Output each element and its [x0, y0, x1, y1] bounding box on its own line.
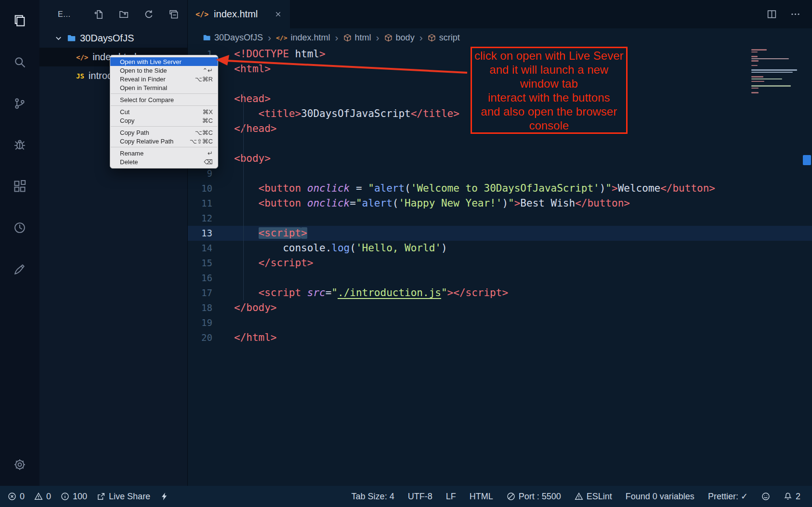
- breadcrumb-item-30daysofjs[interactable]: 30DaysOfJS: [203, 33, 263, 43]
- code-text[interactable]: [220, 136, 234, 151]
- extensions-icon[interactable]: [8, 175, 31, 198]
- status-0[interactable]: 0: [8, 492, 25, 502]
- html-file-icon: </>: [196, 10, 209, 19]
- status-100[interactable]: 100: [61, 492, 87, 502]
- menu-item-delete[interactable]: Delete⌫: [110, 157, 218, 166]
- menu-item-copy[interactable]: Copy⌘C: [110, 116, 218, 125]
- code-text[interactable]: console.log('Hello, World'): [220, 241, 447, 256]
- code-text[interactable]: [220, 166, 234, 181]
- status-lightning-icon[interactable]: [160, 492, 169, 501]
- menu-item-rename[interactable]: Rename↵: [110, 149, 218, 157]
- status-tab-size-4[interactable]: Tab Size: 4: [352, 492, 394, 502]
- code-text[interactable]: [220, 77, 234, 91]
- menu-item-copy-relative-path[interactable]: Copy Relative Path⌥⇧⌘C: [110, 137, 218, 145]
- code-text[interactable]: <html>: [220, 62, 271, 77]
- code-line-15[interactable]: 15 </script>: [188, 256, 812, 271]
- new-file-icon[interactable]: [94, 10, 104, 19]
- minimap[interactable]: [751, 49, 799, 94]
- breadcrumb-item-html[interactable]: html: [343, 33, 371, 43]
- line-number[interactable]: 18: [188, 300, 220, 315]
- line-number[interactable]: 19: [188, 315, 220, 330]
- more-actions-icon[interactable]: [790, 9, 800, 19]
- menu-item-copy-path[interactable]: Copy Path⌥⌘C: [110, 128, 218, 137]
- code-line-7[interactable]: 7: [188, 136, 812, 151]
- line-number[interactable]: 16: [188, 271, 220, 286]
- code-line-11[interactable]: 11 <button onclick="alert('Happy New Yea…: [188, 196, 812, 211]
- status-prettier[interactable]: Prettier: ✓: [708, 491, 748, 502]
- code-text[interactable]: <button onclick="alert('Happy New Year!'…: [220, 196, 630, 211]
- pen-icon[interactable]: [8, 258, 31, 281]
- sidebar-actions: [94, 10, 179, 19]
- close-icon[interactable]: [274, 10, 282, 18]
- menu-item-open-with-live-server[interactable]: Open with Live Server: [110, 57, 218, 66]
- html-file-icon: </>: [276, 34, 287, 41]
- code-line-19[interactable]: 19: [188, 315, 812, 330]
- code-line-18[interactable]: 18</body>: [188, 300, 812, 315]
- code-line-8[interactable]: 8<body>: [188, 151, 812, 166]
- code-line-12[interactable]: 12: [188, 211, 812, 226]
- status-smiley-icon[interactable]: [761, 492, 770, 501]
- code-text[interactable]: <script src="./introduction.js"></script…: [220, 286, 508, 300]
- code-line-14[interactable]: 14 console.log('Hello, World'): [188, 241, 812, 256]
- refresh-icon[interactable]: [144, 10, 154, 19]
- status-utf-8[interactable]: UTF-8: [408, 492, 432, 502]
- status-2[interactable]: 2: [784, 492, 800, 502]
- code-text[interactable]: [220, 271, 234, 286]
- breadcrumb-item-script[interactable]: script: [428, 33, 460, 43]
- code-text[interactable]: <button onclick = "alert('Welcome to 30D…: [220, 181, 715, 196]
- search-icon[interactable]: [8, 51, 31, 74]
- new-folder-icon[interactable]: [119, 10, 129, 19]
- code-line-17[interactable]: 17 <script src="./introduction.js"></scr…: [188, 286, 812, 300]
- status-lf[interactable]: LF: [446, 492, 456, 502]
- settings-gear-icon[interactable]: [8, 453, 31, 476]
- status-port-5500[interactable]: Port : 5500: [507, 492, 561, 502]
- breadcrumb-item-index-html[interactable]: </>index.html: [276, 33, 330, 43]
- debug-icon[interactable]: [8, 133, 31, 156]
- line-number[interactable]: 13: [188, 226, 220, 241]
- code-text[interactable]: </html>: [220, 330, 277, 345]
- source-control-icon[interactable]: [8, 92, 31, 115]
- split-editor-icon[interactable]: [767, 9, 777, 19]
- status-live-share[interactable]: Live Share: [97, 492, 150, 502]
- code-text[interactable]: [220, 211, 234, 226]
- line-number[interactable]: 10: [188, 181, 220, 196]
- code-line-16[interactable]: 16: [188, 271, 812, 286]
- code-text[interactable]: <!DOCTYPE html>: [220, 47, 326, 62]
- clock-icon[interactable]: [8, 216, 31, 239]
- activity-bar-bottom: [8, 453, 31, 476]
- status-html[interactable]: HTML: [470, 492, 493, 502]
- code-text[interactable]: <script>: [220, 226, 307, 241]
- code-text[interactable]: [220, 315, 234, 330]
- code-line-10[interactable]: 10 <button onclick = "alert('Welcome to …: [188, 181, 812, 196]
- menu-item-open-in-terminal[interactable]: Open in Terminal: [110, 83, 218, 92]
- code-line-13[interactable]: 13 <script>: [188, 226, 812, 241]
- code-text[interactable]: <body>: [220, 151, 271, 166]
- menu-item-cut[interactable]: Cut⌘X: [110, 107, 218, 116]
- code-line-9[interactable]: 9: [188, 166, 812, 181]
- line-number[interactable]: 20: [188, 330, 220, 345]
- menu-item-reveal-in-finder[interactable]: Reveal in Finder⌥⌘R: [110, 75, 218, 83]
- code-line-20[interactable]: 20</html>: [188, 330, 812, 345]
- code-text[interactable]: </script>: [220, 256, 313, 271]
- line-number[interactable]: 11: [188, 196, 220, 211]
- code-text[interactable]: </body>: [220, 300, 277, 315]
- tab-index-html[interactable]: </> index.html: [188, 0, 290, 28]
- code-text[interactable]: </head>: [220, 121, 277, 136]
- status-found-0-variables[interactable]: Found 0 variables: [626, 492, 694, 502]
- folder-row-30daysofjs[interactable]: 30DaysOfJS: [39, 28, 187, 48]
- menu-item-open-to-the-side[interactable]: Open to the Side⌃↵: [110, 66, 218, 75]
- status-eslint[interactable]: ESLint: [575, 492, 612, 502]
- collapse-all-icon[interactable]: [169, 10, 179, 19]
- line-number[interactable]: 15: [188, 256, 220, 271]
- breadcrumb-item-body[interactable]: body: [384, 33, 415, 43]
- line-number[interactable]: 12: [188, 211, 220, 226]
- explorer-icon[interactable]: [8, 9, 31, 32]
- code-text[interactable]: <title>30DaysOfJavaScript</title>: [220, 106, 459, 121]
- line-number[interactable]: 17: [188, 286, 220, 300]
- status-0[interactable]: 0: [34, 492, 51, 502]
- line-number[interactable]: 14: [188, 241, 220, 256]
- code-text[interactable]: <head>: [220, 91, 271, 106]
- folder-icon: [203, 34, 211, 42]
- chevron-down-icon: [54, 34, 63, 43]
- menu-item-select-for-compare[interactable]: Select for Compare: [110, 95, 218, 104]
